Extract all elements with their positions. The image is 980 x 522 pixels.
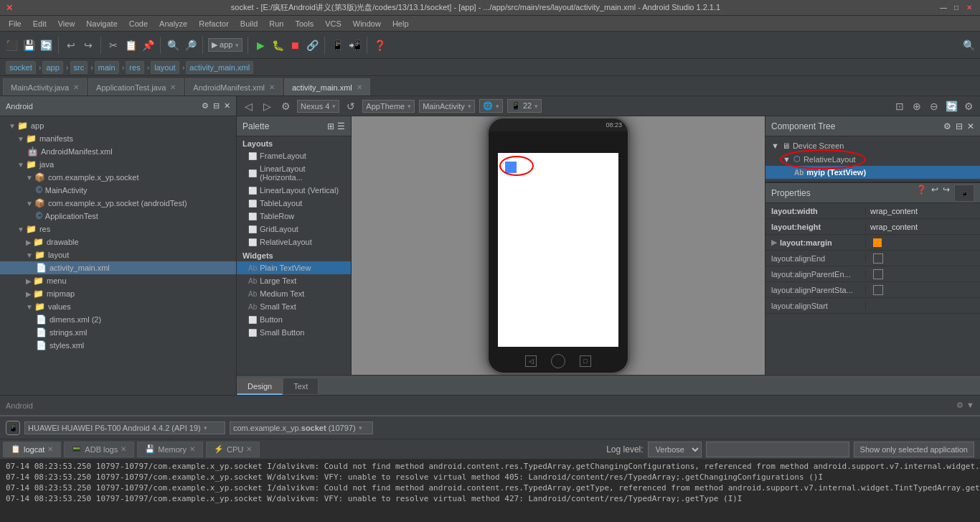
align-parent-start-checkbox[interactable] (873, 285, 883, 295)
tab-androidmanifest[interactable]: AndroidManifest.xml ✕ (185, 78, 283, 95)
tree-applicationtest[interactable]: © ApplicationTest (0, 210, 236, 223)
tree-java[interactable]: ▼ 📁 java (0, 158, 236, 171)
help-icon[interactable]: ❓ (372, 38, 387, 52)
lang-selector[interactable]: 🌐 ▾ (479, 99, 503, 113)
api-selector[interactable]: 📱 22 ▾ (507, 99, 542, 113)
theme-selector[interactable]: AppTheme ▾ (362, 100, 415, 113)
tree-manifests[interactable]: ▼ 📁 manifests (0, 132, 236, 145)
ct-close[interactable]: ✕ (967, 121, 974, 131)
tree-package-main[interactable]: ▼ 📦 com.example.x_yp.socket (0, 171, 236, 184)
tab-applicationtest-close[interactable]: ✕ (170, 83, 176, 91)
render-settings[interactable]: ⚙ (961, 99, 976, 113)
ct-settings[interactable]: ⚙ (943, 121, 951, 131)
adb-close[interactable]: ✕ (121, 445, 126, 453)
palette-item-small-button[interactable]: ⬜ Small Button (237, 326, 351, 339)
tab-mainactivity-close[interactable]: ✕ (73, 83, 79, 91)
bc-app[interactable]: app (42, 61, 62, 74)
palette-item-gridlayout[interactable]: ⬜ GridLayout (237, 223, 351, 236)
tree-strings[interactable]: 📄 strings.xml (0, 326, 236, 339)
ct-collapse[interactable]: ⊟ (956, 121, 963, 131)
align-end-checkbox[interactable] (873, 253, 883, 264)
palette-item-button[interactable]: ⬜ Button (237, 313, 351, 326)
ct-device-screen[interactable]: ▼ 🖥 Device Screen (765, 139, 980, 152)
palette-item-linearlayout-h[interactable]: ⬜ LinearLayout (Horizonta... (237, 162, 351, 184)
logcat-close[interactable]: ✕ (47, 445, 53, 453)
toolbar-paste[interactable]: 📌 (141, 38, 155, 52)
tab-activity-main-close[interactable]: ✕ (357, 83, 362, 91)
zoom-out[interactable]: ⊖ (927, 99, 941, 113)
tree-menu[interactable]: ▶ 📁 menu (0, 274, 236, 287)
maximize-button[interactable]: □ (951, 3, 961, 13)
zoom-in[interactable]: ⊕ (910, 99, 924, 113)
design-next[interactable]: ▷ (260, 99, 274, 113)
tree-app[interactable]: ▼ 📁 app (0, 119, 236, 132)
search-icon[interactable]: 🔍 (961, 38, 976, 52)
log-search-input[interactable] (706, 442, 849, 457)
tree-mipmap[interactable]: ▶ 📁 mipmap (0, 287, 236, 300)
menu-run[interactable]: Run (263, 18, 289, 29)
bc-src[interactable]: src (70, 61, 88, 74)
palette-item-tablerow[interactable]: ⬜ TableRow (237, 210, 351, 223)
menu-vcs[interactable]: VCS (319, 18, 347, 29)
close-button[interactable]: ✕ (964, 3, 974, 13)
bottom-tab-cpu[interactable]: ⚡ CPU ✕ (206, 442, 260, 457)
zoom-fit[interactable]: ⊡ (892, 99, 907, 113)
tree-dimens[interactable]: 📄 dimens.xml (2) (0, 313, 236, 326)
tree-activity-main-xml[interactable]: 📄 activity_main.xml (0, 261, 236, 274)
prop-back[interactable]: ↩ (931, 185, 938, 202)
prop-fwd[interactable]: ↪ (943, 185, 950, 202)
toolbar-icon-3[interactable]: 🔄 (39, 38, 53, 52)
align-parent-end-checkbox[interactable] (873, 269, 883, 279)
toolbar-icon-2[interactable]: 💾 (22, 38, 36, 52)
prop-device-preview[interactable]: 📱 (954, 185, 974, 202)
menu-edit[interactable]: Edit (27, 18, 52, 29)
sdk-button[interactable]: 📱 (330, 38, 344, 52)
palette-item-large-text[interactable]: Ab Large Text (237, 274, 351, 287)
palette-btn2[interactable]: ☰ (337, 121, 345, 131)
bc-socket[interactable]: socket (6, 61, 36, 74)
tab-activity-main[interactable]: activity_main.xml ✕ (284, 78, 370, 95)
bottom-tab-memory[interactable]: 💾 Memory ✕ (137, 442, 203, 457)
show-selected-button[interactable]: Show only selected application (854, 442, 974, 457)
ct-myip-textview[interactable]: Ab myip (TextView) (765, 166, 980, 179)
run-button[interactable]: ▶ (253, 38, 268, 52)
log-level-select[interactable]: Verbose Debug Info Warn Error (648, 442, 702, 457)
tree-styles[interactable]: 📄 styles.xml (0, 339, 236, 352)
toolbar-find[interactable]: 🔍 (166, 38, 180, 52)
attach-button[interactable]: 🔗 (305, 38, 319, 52)
palette-btn1[interactable]: ⊞ (327, 121, 334, 131)
tree-drawable[interactable]: ▶ 📁 drawable (0, 236, 236, 248)
menu-analyze[interactable]: Analyze (154, 18, 193, 29)
tree-package-test[interactable]: ▼ 📦 com.example.x_yp.socket (androidTest… (0, 197, 236, 210)
minimize-button[interactable]: — (938, 3, 948, 13)
toolbar-redo[interactable]: ↪ (81, 38, 95, 52)
toolbar-find2[interactable]: 🔎 (183, 38, 197, 52)
toolbar-cut[interactable]: ✂ (106, 38, 121, 52)
bottom-app-selector[interactable]: com.example.x_yp.socket (10797) ▾ (230, 421, 373, 434)
design-prev[interactable]: ◁ (241, 99, 255, 113)
tree-values[interactable]: ▼ 📁 values (0, 300, 236, 313)
bc-activity-main[interactable]: activity_main.xml (186, 61, 253, 74)
textview-widget[interactable] (505, 162, 517, 173)
stop-button[interactable]: ⏹ (288, 38, 302, 52)
menu-window[interactable]: Window (347, 18, 387, 29)
design-config[interactable]: ⚙ (278, 99, 293, 113)
tree-layout[interactable]: ▼ 📁 layout (0, 248, 236, 261)
avd-button[interactable]: 📲 (347, 38, 362, 52)
bottom-tab-adb[interactable]: 📟 ADB logs ✕ (64, 442, 134, 457)
palette-item-linearlayout-v[interactable]: ⬜ LinearLayout (Vertical) (237, 184, 351, 197)
bottom-tab-logcat[interactable]: 📋 logcat ✕ (3, 442, 61, 457)
prop-help[interactable]: ❓ (916, 185, 927, 202)
palette-item-relativelayout[interactable]: ⬜ RelativeLayout (237, 236, 351, 248)
menu-build[interactable]: Build (235, 18, 263, 29)
palette-item-medium-text[interactable]: Ab Medium Text (237, 287, 351, 300)
ct-relativelayout[interactable]: ▼ ⬡ RelativeLayout (765, 152, 980, 166)
android-settings[interactable]: ⚙ (956, 401, 963, 410)
palette-item-framelayout[interactable]: ⬜ FrameLayout (237, 149, 351, 162)
tab-design[interactable]: Design (237, 378, 283, 395)
project-tree-collapse[interactable]: ⊟ (213, 101, 220, 111)
bottom-device-selector[interactable]: HUAWEI HUAWEI P6-T00 Android 4.4.2 (API … (24, 421, 225, 434)
toolbar-undo[interactable]: ↩ (64, 38, 78, 52)
menu-code[interactable]: Code (123, 18, 154, 29)
activity-selector[interactable]: MainActivity ▾ (419, 100, 475, 113)
